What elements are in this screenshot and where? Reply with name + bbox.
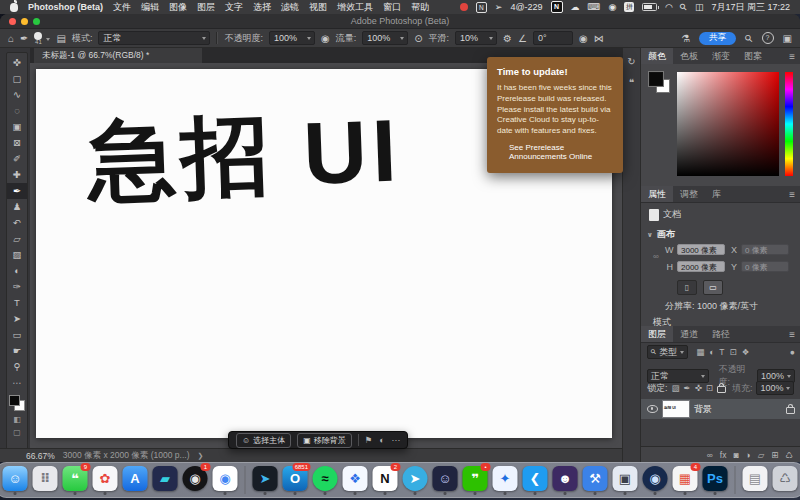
canvas-section-header[interactable]: ∨ 画布 (647, 228, 675, 241)
dock-documents-stack[interactable]: ▤ (742, 466, 769, 491)
wifi-icon[interactable]: ◠ (665, 2, 672, 12)
panel-foreground-swatch[interactable] (649, 72, 663, 86)
status-chevron-icon[interactable]: ❯ (197, 452, 203, 460)
menu-0[interactable]: 文件 (113, 1, 131, 14)
symmetry-icon[interactable]: ⋈ (594, 33, 604, 44)
remove-background-button[interactable]: ▣ 移除背景 (297, 433, 352, 448)
menu-9[interactable]: 窗口 (383, 1, 401, 14)
airbrush-icon[interactable]: ⊙ (414, 33, 422, 44)
menu-10[interactable]: 帮助 (411, 1, 429, 14)
menu-6[interactable]: 滤镜 (281, 1, 299, 14)
color-tab-0[interactable]: 颜色 (641, 48, 673, 64)
menu-4[interactable]: 文字 (225, 1, 243, 14)
properties-tab-0[interactable]: 属性 (641, 186, 673, 202)
color-tab-1[interactable]: 色板 (673, 48, 705, 64)
workspace-switcher-icon[interactable]: ▣ (783, 33, 792, 44)
properties-panel-menu-icon[interactable]: ≡ (789, 189, 795, 200)
select-subject-button[interactable]: ☺ 选择主体 (236, 433, 291, 448)
layers-tab-0[interactable]: 图层 (641, 326, 673, 342)
contrast-icon[interactable]: ◐ (379, 435, 384, 445)
notion-menubar-icon[interactable]: N (551, 1, 563, 13)
new-layer-icon[interactable]: ⊞ (771, 450, 778, 460)
gradient-icon[interactable]: ▨ (7, 247, 27, 263)
layers-tab-1[interactable]: 通道 (673, 326, 705, 342)
dock-face-app[interactable]: ☺ (432, 466, 459, 495)
width-input[interactable]: 3000 像素 (677, 244, 725, 255)
status-app-red-icon[interactable] (460, 3, 468, 11)
color-tab-3[interactable]: 图案 (737, 48, 769, 64)
smoothing-gear-icon[interactable]: ⚙ (503, 33, 512, 44)
frame-icon[interactable]: ⊠ (7, 135, 27, 151)
document-tab[interactable]: 未标题-1 @ 66.7%(RGB/8) * (34, 48, 202, 63)
dock-xcode[interactable]: ⚒ (582, 466, 609, 495)
lock-all-icon[interactable] (717, 386, 726, 393)
background-layer-row[interactable]: 急招 UI 背景 (641, 399, 800, 419)
delete-layer-icon[interactable]: ♺ (785, 450, 793, 460)
color-swatches[interactable] (9, 395, 25, 413)
fill-select[interactable]: 100% (756, 381, 794, 395)
dock-outlook[interactable]: O6851 (282, 466, 309, 495)
menu-8[interactable]: 增效工具 (337, 1, 373, 14)
bird-app-icon[interactable]: ➢ (495, 2, 503, 12)
dock-wechat[interactable]: ❞• (462, 466, 489, 495)
more-icon[interactable]: ⋯ (392, 435, 401, 445)
beta-feedback-beaker-icon[interactable]: ⚗ (681, 33, 690, 44)
flag-icon[interactable]: ⚑ (365, 435, 373, 445)
lock-paint-icon[interactable]: ✒ (684, 383, 691, 393)
properties-tab-2[interactable]: 库 (705, 186, 728, 202)
path-select-icon[interactable]: ➤ (7, 311, 27, 327)
layer-thumbnail[interactable]: 急招 UI (662, 400, 690, 418)
marquee-icon[interactable]: ▢ (7, 71, 27, 87)
filter-toggle-icon[interactable]: ● (790, 347, 795, 357)
dock-blue-meeting-app[interactable]: ✦ (492, 466, 519, 495)
type-layer-filter-icon[interactable]: T (719, 347, 724, 357)
search-icon[interactable]: ⚲ (742, 32, 755, 45)
add-layer-mask-icon[interactable]: ◙ (733, 450, 738, 460)
dock-finder[interactable]: ☺ (2, 466, 29, 495)
dock-messages[interactable]: ❝9 (62, 466, 89, 495)
crop-icon[interactable]: ▣ (7, 119, 27, 135)
status-ticker-text[interactable]: 4@-229 (510, 2, 542, 12)
lasso-icon[interactable]: ∿ (7, 87, 27, 103)
notification-link[interactable]: See Prerelease Announcements Online (509, 143, 613, 161)
blend-mode-select[interactable]: 正常 (98, 31, 210, 45)
apple-logo-icon[interactable] (10, 3, 18, 12)
layers-panel-menu-icon[interactable]: ≡ (789, 329, 795, 340)
dock-display-app[interactable]: ▣ (612, 466, 639, 495)
battery-icon[interactable] (642, 3, 657, 11)
dock-photos[interactable]: ✿ (92, 466, 119, 495)
comments-panel-icon[interactable]: ❝ (629, 77, 634, 88)
dock-launchpad[interactable]: ⠿ (32, 466, 59, 491)
lock-artboard-icon[interactable]: ⊡ (706, 383, 713, 393)
dock-dark-dev-app[interactable]: ▰ (152, 466, 179, 491)
quick-mask-icon[interactable]: ◧ (7, 413, 27, 426)
history-brush-icon[interactable]: ↶ (7, 215, 27, 231)
color-tab-2[interactable]: 渐变 (705, 48, 737, 64)
clone-stamp-icon[interactable]: ♟ (7, 199, 27, 215)
screen-mode-icon[interactable]: ▢ (7, 426, 27, 439)
landscape-orientation-button[interactable]: ▭ (703, 280, 723, 295)
menu-3[interactable]: 图层 (197, 1, 215, 14)
help-icon[interactable]: ? (762, 32, 774, 44)
height-input[interactable]: 2000 像素 (677, 261, 725, 272)
pressure-size-icon[interactable]: ◉ (579, 33, 588, 44)
brush-preset-picker[interactable]: 41 (34, 32, 50, 45)
pen-icon[interactable]: ✑ (7, 279, 27, 295)
smart-object-filter-icon[interactable]: ❖ (742, 347, 750, 357)
control-center-icon[interactable]: ◫ (695, 2, 704, 12)
home-icon[interactable]: ⌂ (8, 33, 14, 44)
dock-telegram-circle[interactable]: ➤ (402, 466, 429, 495)
menu-1[interactable]: 编辑 (141, 1, 159, 14)
pixel-layer-filter-icon[interactable]: ▦ (696, 347, 704, 357)
layer-locked-icon[interactable] (786, 407, 795, 414)
dock-steam[interactable]: ◉ (642, 466, 669, 495)
lock-transparency-icon[interactable]: ▨ (672, 383, 680, 393)
brush-settings-panel-toggle-icon[interactable]: ▤ (56, 33, 65, 44)
zoom-level-field[interactable]: 66.67% (26, 451, 55, 461)
dock-camera-app[interactable]: ◉1 (182, 466, 209, 491)
layer-visibility-eye-icon[interactable] (647, 405, 658, 413)
menu-7[interactable]: 视图 (309, 1, 327, 14)
dock-microsoft-app[interactable]: ▦4 (672, 466, 699, 495)
portrait-orientation-button[interactable]: ▯ (677, 280, 697, 295)
color-picker-field[interactable] (677, 72, 779, 176)
